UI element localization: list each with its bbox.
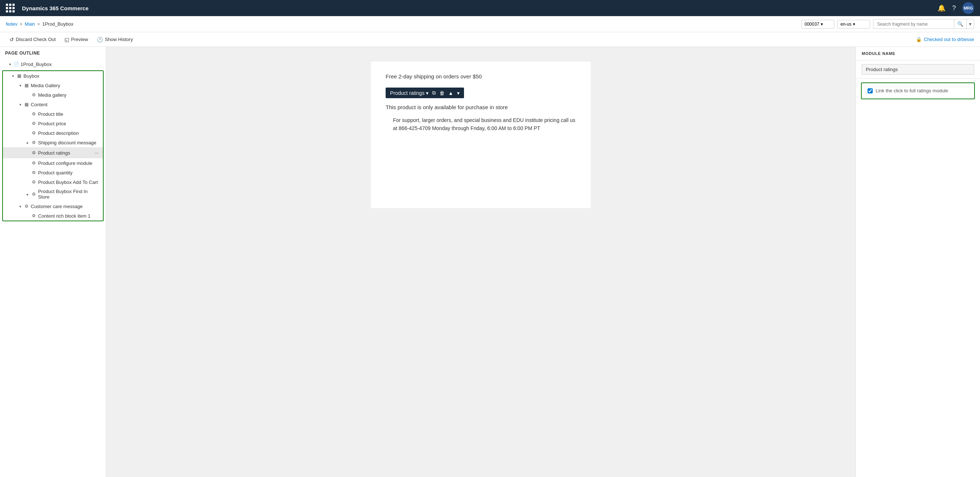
sidebar-product-price-label: Product price	[38, 121, 100, 126]
gear-icon-shipping: ⚙	[31, 140, 37, 145]
ratings-toolbar-label: Product ratings ▾	[390, 90, 428, 96]
page-icon: 📄	[13, 61, 19, 67]
content-area: Free 2-day shipping on orders over $50 P…	[106, 47, 856, 477]
sidebar-item-product-ratings[interactable]: ▾ ⚙ Product ratings ···	[3, 147, 103, 158]
move-down-icon[interactable]: ▾	[457, 90, 460, 96]
support-message: For support, larger orders, and special …	[393, 116, 576, 132]
show-history-button[interactable]: 🕐 Show History	[93, 35, 137, 44]
checkout-status: 🔒 Checked out to drbesse	[916, 37, 974, 42]
sidebar-item-buybox-store[interactable]: ▸ ⚙ Product Buybox Find In Store	[3, 187, 103, 201]
chevron-down-icon-buybox: ▾	[10, 73, 15, 78]
lock-icon: 🔒	[916, 37, 922, 42]
preview-icon: ◱	[64, 37, 69, 43]
gear-icon-ratings: ⚙	[31, 150, 37, 156]
chevron-down-icon: ▾	[7, 62, 13, 67]
notifications-button[interactable]: 🔔	[937, 4, 946, 12]
breadcrumb-main[interactable]: Main	[24, 21, 35, 27]
breadcrumb-fedev[interactable]: fedev	[6, 21, 18, 27]
sidebar-buybox-store-label: Product Buybox Find In Store	[38, 189, 100, 199]
sidebar-item-shipping-discount[interactable]: ▸ ⚙ Shipping discount message	[3, 138, 103, 147]
module-name-input[interactable]	[862, 64, 974, 75]
sidebar-item-root[interactable]: ▾ 📄 1Prod_Buybox	[0, 59, 106, 69]
shipping-message: Free 2-day shipping on orders over $50	[386, 73, 576, 80]
sidebar-item-product-price[interactable]: ▾ ⚙ Product price	[3, 119, 103, 128]
gear-icon-product-price: ⚙	[31, 121, 37, 126]
sidebar-media-gallery-label: Media Gallery	[31, 83, 100, 88]
sidebar-root-label: 1Prod_Buybox	[21, 62, 103, 67]
sidebar-customer-care-label: Customer care message	[31, 204, 100, 209]
sidebar-item-product-title[interactable]: ▾ ⚙ Product title	[3, 109, 103, 119]
store-only-message: This product is only available for purch…	[386, 104, 576, 110]
app-title: Dynamics 365 Commerce	[22, 5, 933, 11]
sidebar-product-ratings-label: Product ratings	[38, 150, 93, 156]
lang-selector[interactable]: en-us ▾	[837, 20, 870, 29]
ratings-link-label: Link the click to full ratings module	[876, 88, 948, 94]
sidebar-item-customer-care[interactable]: ▾ ⚙ Customer care message	[3, 201, 103, 211]
chevron-right-shipping: ▸	[25, 140, 30, 145]
sidebar-content-label: Content	[31, 102, 100, 107]
user-avatar[interactable]: MRG	[963, 2, 974, 14]
right-panel: MODULE NAME Link the click to full ratin…	[856, 47, 980, 477]
breadcrumb-sep-1: >	[20, 21, 23, 27]
preview-button[interactable]: ◱ Preview	[61, 35, 92, 44]
gear-icon-product-title: ⚙	[31, 111, 37, 117]
sidebar-product-title-label: Product title	[38, 112, 100, 117]
discard-checkout-button[interactable]: ↺ Discard Check Out	[6, 35, 59, 44]
sidebar-product-quantity-label: Product quantity	[38, 170, 100, 175]
gear-icon-store: ⚙	[31, 191, 37, 197]
gear-icon-cart: ⚙	[31, 179, 37, 185]
gear-icon-rich: ⚙	[31, 213, 37, 219]
ratings-link-checkbox[interactable]	[867, 88, 873, 93]
sidebar-item-buybox-cart[interactable]: ▾ ⚙ Product Buybox Add To Cart	[3, 177, 103, 187]
chevron-down-icon-content: ▾	[18, 102, 23, 107]
sidebar-item-content-rich[interactable]: ▾ ⚙ Content rich block item 1	[3, 211, 103, 220]
gear-icon-media-child: ⚙	[31, 92, 37, 98]
module-name-field	[856, 61, 980, 79]
search-fragment-input[interactable]	[873, 20, 954, 29]
waffle-icon[interactable]	[6, 4, 15, 13]
chevron-down-icon-media: ▾	[18, 83, 23, 88]
breadcrumb-current: 1Prod_Buybox	[42, 21, 73, 27]
help-button[interactable]: ?	[952, 5, 956, 12]
sidebar-shipping-discount-label: Shipping discount message	[38, 140, 100, 145]
move-up-icon[interactable]: ▲	[448, 90, 453, 96]
sidebar-item-buybox[interactable]: ▾ ▦ Buybox	[3, 71, 103, 81]
grid-icon-content: ▦	[24, 102, 29, 107]
sidebar-product-description-label: Product description	[38, 131, 100, 136]
property-item-ratings-link: Link the click to full ratings module	[861, 83, 975, 99]
toolbar: ↺ Discard Check Out ◱ Preview 🕐 Show His…	[0, 32, 980, 47]
gear-icon-quantity: ⚙	[31, 170, 37, 175]
sidebar-header: Page Outline	[0, 47, 106, 59]
undo-icon: ↺	[10, 37, 14, 43]
breadcrumb-sep-2: >	[37, 21, 40, 27]
ratings-toolbar: Product ratings ▾ ⧉ 🗑 ▲ ▾	[386, 88, 464, 98]
breadcrumb-right: 000037 ▾ en-us ▾ 🔍 ▾	[801, 19, 974, 29]
sidebar-item-media-gallery-child[interactable]: ▾ ⚙ Media gallery	[3, 90, 103, 100]
chevron-right-store: ▸	[25, 191, 30, 197]
sidebar-item-product-configure[interactable]: ▾ ⚙ Product configure module	[3, 158, 103, 168]
sidebar-item-product-quantity[interactable]: ▾ ⚙ Product quantity	[3, 168, 103, 177]
search-fragment-container: 🔍 ▾	[873, 19, 974, 29]
sidebar-buybox-label: Buybox	[24, 73, 100, 79]
sidebar-item-media-gallery[interactable]: ▾ ▦ Media Gallery	[3, 81, 103, 90]
search-fragment-button[interactable]: 🔍	[954, 19, 966, 29]
top-nav-icons: 🔔 ? MRG	[937, 2, 974, 14]
main-layout: Page Outline ▾ 📄 1Prod_Buybox ▾ ▦ Buybox…	[0, 47, 980, 477]
gear-icon-product-description: ⚙	[31, 130, 37, 136]
gear-icon-configure: ⚙	[31, 160, 37, 166]
sidebar-item-product-description[interactable]: ▾ ⚙ Product description	[3, 128, 103, 138]
module-name-header: MODULE NAME	[856, 47, 980, 61]
env-selector[interactable]: 000037 ▾	[801, 20, 834, 29]
sidebar-content-rich-label: Content rich block item 1	[38, 213, 100, 219]
gear-icon-care: ⚙	[24, 203, 29, 209]
grid-icon-buybox: ▦	[16, 73, 22, 79]
buybox-section: ▾ ▦ Buybox ▾ ▦ Media Gallery ▾ ⚙ Media g…	[2, 70, 103, 221]
more-options-icon[interactable]: ···	[93, 149, 100, 156]
sidebar-media-gallery-child-label: Media gallery	[38, 93, 100, 98]
copy-icon[interactable]: ⧉	[432, 90, 436, 96]
delete-icon[interactable]: 🗑	[439, 90, 445, 96]
sidebar-product-configure-label: Product configure module	[38, 161, 100, 166]
breadcrumb-bar: fedev > Main > 1Prod_Buybox 000037 ▾ en-…	[0, 16, 980, 32]
sidebar-item-content[interactable]: ▾ ▦ Content	[3, 100, 103, 109]
search-fragment-dropdown[interactable]: ▾	[966, 19, 974, 29]
